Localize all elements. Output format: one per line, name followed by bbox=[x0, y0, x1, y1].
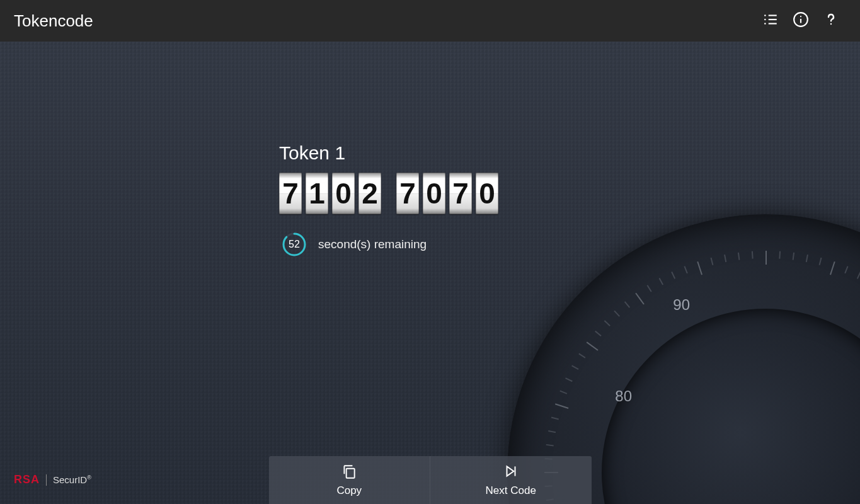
copy-icon bbox=[341, 463, 357, 482]
tokencode-digit: 2 bbox=[358, 173, 381, 214]
help-icon bbox=[823, 12, 839, 30]
svg-marker-13 bbox=[507, 466, 513, 476]
page-title: Tokencode bbox=[14, 11, 93, 31]
logo-rsa: RSA bbox=[14, 473, 40, 486]
info-icon bbox=[793, 11, 809, 30]
logo-separator bbox=[46, 474, 47, 486]
tokencode-digit: 7 bbox=[396, 173, 419, 214]
tokencode-digit: 0 bbox=[423, 173, 445, 214]
info-button[interactable] bbox=[786, 6, 816, 36]
tokencode-digit: 0 bbox=[332, 173, 355, 214]
tokencode-digit: 7 bbox=[279, 173, 302, 214]
tokencode-digit: 1 bbox=[306, 173, 328, 214]
svg-rect-12 bbox=[347, 469, 355, 478]
token-area: Token 1 7 1 0 2 7 0 7 0 52 bbox=[279, 142, 498, 257]
svg-point-8 bbox=[800, 16, 801, 17]
countdown-label: second(s) remaining bbox=[318, 238, 427, 251]
list-icon bbox=[762, 11, 779, 30]
svg-point-1 bbox=[764, 19, 766, 21]
countdown-ring: 52 bbox=[282, 232, 307, 257]
tokencode-display: 7 1 0 2 7 0 7 0 bbox=[279, 173, 498, 214]
copy-button[interactable]: Copy bbox=[269, 456, 430, 504]
logo-securid: SecurID® bbox=[53, 474, 91, 485]
next-code-label: Next Code bbox=[486, 484, 536, 497]
tokencode-digit: 0 bbox=[476, 173, 498, 214]
action-bar: Copy Next Code bbox=[269, 456, 592, 504]
next-code-button[interactable]: Next Code bbox=[430, 456, 592, 504]
countdown-seconds: 52 bbox=[282, 232, 307, 257]
help-button[interactable] bbox=[816, 6, 846, 36]
next-icon bbox=[503, 463, 519, 482]
countdown: 52 second(s) remaining bbox=[282, 232, 498, 257]
rsa-securid-logo: RSA SecurID® bbox=[14, 473, 91, 486]
main-content: Token 1 7 1 0 2 7 0 7 0 52 bbox=[0, 42, 860, 504]
svg-point-9 bbox=[830, 23, 832, 25]
copy-label: Copy bbox=[336, 484, 362, 497]
tokencode-digit: 7 bbox=[449, 173, 472, 214]
token-name: Token 1 bbox=[279, 142, 498, 164]
app-header: Tokencode bbox=[0, 0, 860, 42]
token-list-button[interactable] bbox=[755, 6, 786, 36]
svg-point-2 bbox=[764, 23, 766, 25]
svg-point-0 bbox=[764, 14, 766, 16]
